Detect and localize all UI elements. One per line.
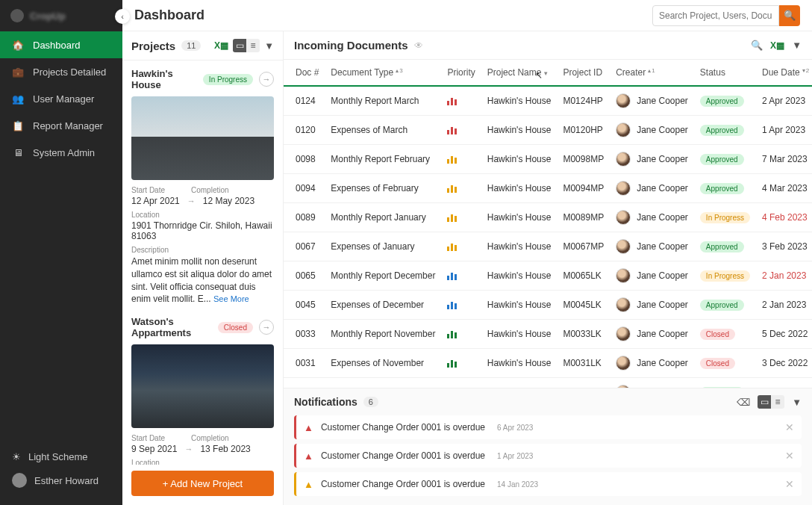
cell-pid: M0094MP [557, 174, 610, 203]
theme-toggle[interactable]: ☀ Light Scheme [12, 446, 110, 468]
arrow-right-icon: → [263, 75, 271, 84]
cell-type: Monthly Report December [325, 261, 441, 291]
table-row[interactable]: 0120Expenses of MarchHawkin's HouseM0120… [284, 116, 812, 145]
cell-project: Hawkin's House [481, 349, 558, 378]
notifications-list[interactable]: ▲Customer Change Order 0001 is overdue6 … [284, 415, 812, 505]
add-project-button[interactable]: + Add New Project [131, 471, 274, 496]
cell-priority [441, 291, 481, 320]
col-type[interactable]: Decument Type▴3 [325, 60, 441, 86]
project-expand-button[interactable]: → [259, 320, 274, 335]
col-pid[interactable]: Project ID [557, 60, 610, 86]
cell-pid: M0067MP [557, 232, 610, 261]
current-user[interactable]: Esther Howard [12, 468, 110, 493]
notification-item[interactable]: ▲Customer Change Order 0001 is overdue14… [294, 472, 802, 496]
table-row[interactable]: 0094Expenses of FebruaryHawkin's HouseM0… [284, 174, 812, 203]
projects-count-badge: 11 [181, 40, 201, 51]
cell-pid: M0098MP [557, 145, 610, 174]
table-row[interactable]: 0028Monthly Report OctoberHawkin's House… [284, 378, 812, 388]
cell-due: 2 Jan 2023 [756, 291, 812, 320]
table-row[interactable]: 0067Expenses of JanuaryHawkin's HouseM00… [284, 232, 812, 261]
creator-avatar-icon [616, 297, 631, 312]
cell-doc: 0031 [284, 349, 325, 378]
cell-type: Monthly Report February [325, 145, 441, 174]
cell-pid: M0028LK [557, 378, 610, 388]
notification-item[interactable]: ▲Customer Change Order 0001 is overdue1 … [294, 444, 802, 468]
projects-view-toggle[interactable]: ▭ ≡ [233, 39, 260, 52]
priority-bars-icon [447, 155, 475, 164]
filter-icon[interactable]: ▼ [792, 40, 802, 51]
sidebar-item-user-manager[interactable]: 👥User Manager [0, 85, 122, 112]
notification-close-button[interactable]: ✕ [785, 478, 794, 490]
cell-pid: M0033LK [557, 320, 610, 349]
close-icon: ✕ [785, 478, 794, 490]
user-avatar-icon [12, 473, 27, 488]
close-icon: ✕ [785, 421, 794, 433]
cell-status: Approved [694, 86, 756, 116]
warning-icon: ▲ [304, 422, 313, 433]
search-button[interactable]: 🔍 [779, 5, 800, 26]
cell-project: Hawkin's House [481, 378, 558, 388]
notification-close-button[interactable]: ✕ [785, 421, 794, 433]
filter-icon[interactable]: ▼ [792, 397, 802, 408]
list-view-icon[interactable]: ≡ [246, 39, 260, 52]
search-icon[interactable]: 🔍 [751, 40, 763, 51]
card-view-icon[interactable]: ▭ [758, 395, 771, 409]
cell-creator: Jane Cooper [610, 116, 694, 145]
col-doc[interactable]: Doc # [284, 60, 325, 86]
cell-due: 5 Dec 2022 [756, 320, 812, 349]
search-input[interactable] [652, 5, 779, 26]
priority-bars-icon [447, 300, 475, 309]
cell-type: Monthly Report January [325, 203, 441, 232]
cell-project: Hawkin's House [481, 145, 558, 174]
broom-icon[interactable]: ⌫ [737, 397, 750, 408]
table-row[interactable]: 0065Monthly Report DecemberHawkin's Hous… [284, 261, 812, 291]
sidebar-nav: 🏠Dashboard💼Projects Detailed👥User Manage… [0, 31, 122, 439]
sidebar-item-dashboard[interactable]: 🏠Dashboard [0, 31, 122, 58]
cell-project: Hawkin's House [481, 86, 558, 116]
notification-item[interactable]: ▲Customer Change Order 0001 is overdue6 … [294, 415, 802, 439]
col-creator[interactable]: Creater▴1 [610, 60, 694, 86]
project-expand-button[interactable]: → [259, 72, 274, 87]
cell-creator: Jane Cooper [610, 86, 694, 116]
filter-icon[interactable]: ▼ [264, 40, 274, 52]
cell-project: Hawkin's House [481, 232, 558, 261]
projects-list[interactable]: Hawkin's HouseIn Progress→Start DateComp… [122, 61, 283, 465]
table-row[interactable]: 0124Monthly Report MarchHawkin's HouseM0… [284, 86, 812, 116]
export-excel-icon[interactable]: X▦ [214, 40, 228, 51]
col-due[interactable]: Due Date▾2 [756, 60, 812, 86]
search-icon: 🔍 [784, 10, 796, 21]
sidebar-item-system-admin[interactable]: 🖥System Admin [0, 139, 122, 166]
see-more-link[interactable]: See More [213, 294, 249, 303]
sidebar-footer: ☀ Light Scheme Esther Howard [0, 439, 122, 505]
page-header: Dashboard 🔍 [122, 0, 812, 31]
table-row[interactable]: 0098Monthly Report FebruaryHawkin's Hous… [284, 145, 812, 174]
table-row[interactable]: 0045Expenses of DecemberHawkin's HouseM0… [284, 291, 812, 320]
notification-close-button[interactable]: ✕ [785, 450, 794, 462]
cell-priority [441, 232, 481, 261]
theme-label: Light Scheme [28, 451, 88, 462]
sidebar-item-report-manager[interactable]: 📋Report Manager [0, 112, 122, 139]
col-priority[interactable]: Priority [441, 60, 481, 86]
project-status-badge: In Progress [203, 74, 253, 85]
card-view-icon[interactable]: ▭ [233, 39, 246, 52]
project-card[interactable]: Watson's AppartmentsClosed→Start DateCom… [131, 316, 274, 465]
global-search: 🔍 [652, 5, 800, 26]
export-excel-icon[interactable]: X▦ [770, 40, 784, 51]
sidebar-item-projects-detailed[interactable]: 💼Projects Detailed [0, 58, 122, 85]
priority-bars-icon [447, 359, 475, 368]
list-view-icon[interactable]: ≡ [771, 395, 784, 409]
sidebar-collapse-button[interactable]: ‹ [115, 9, 130, 24]
visibility-off-icon[interactable]: 👁 [414, 40, 423, 51]
creator-avatar-icon [616, 210, 631, 225]
table-row[interactable]: 0089Monthly Report JanuaryHawkin's House… [284, 203, 812, 232]
cell-doc: 0028 [284, 378, 325, 388]
col-status[interactable]: Status [694, 60, 756, 86]
documents-table-wrap[interactable]: Doc # Decument Type▴3 Priority Project N… [284, 60, 812, 388]
col-project[interactable]: Project Name ▾↖ [481, 60, 558, 86]
notif-view-toggle[interactable]: ▭ ≡ [758, 395, 784, 409]
cell-status: In Progress [694, 203, 756, 232]
notification-text: Customer Change Order 0001 is overdue [321, 450, 485, 461]
table-row[interactable]: 0031Expenses of NovemberHawkin's HouseM0… [284, 349, 812, 378]
table-row[interactable]: 0033Monthly Report NovemberHawkin's Hous… [284, 320, 812, 349]
project-card[interactable]: Hawkin's HouseIn Progress→Start DateComp… [131, 68, 274, 306]
